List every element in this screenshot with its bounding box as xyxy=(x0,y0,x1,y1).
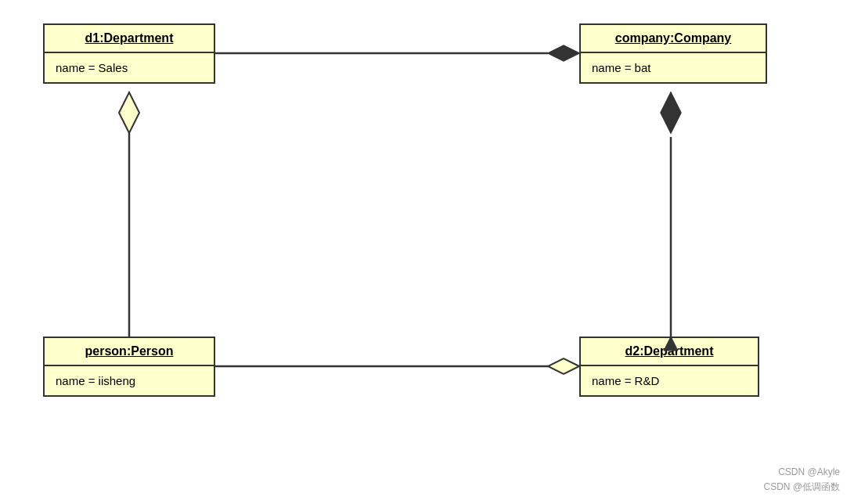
box-d2-department: d2:Department name = R&D xyxy=(579,337,759,397)
box-person-header: person:Person xyxy=(45,338,214,366)
box-d1-department: d1:Department name = Sales xyxy=(43,23,215,84)
box-d2-body: name = R&D xyxy=(581,366,758,395)
box-company-header: company:Company xyxy=(581,25,766,53)
watermark-line2: CSDN @低调函数 xyxy=(763,480,840,495)
watermark-line1: CSDN @Akyle xyxy=(763,465,840,480)
open-diamond-left xyxy=(119,92,139,133)
box-d1-body: name = Sales xyxy=(45,53,214,82)
box-company: company:Company name = bat xyxy=(579,23,767,84)
open-diamond-bottom xyxy=(548,358,579,374)
box-person-body: name = iisheng xyxy=(45,366,214,395)
box-person: person:Person name = iisheng xyxy=(43,337,215,397)
box-d2-header: d2:Department xyxy=(581,338,758,366)
filled-diamond-right xyxy=(661,92,681,133)
watermark: CSDN @Akyle CSDN @低调函数 xyxy=(763,465,840,495)
box-d1-header: d1:Department xyxy=(45,25,214,53)
box-company-body: name = bat xyxy=(581,53,766,82)
filled-diamond-top xyxy=(548,45,579,61)
diagram-container: d1:Department name = Sales company:Compa… xyxy=(0,0,854,504)
